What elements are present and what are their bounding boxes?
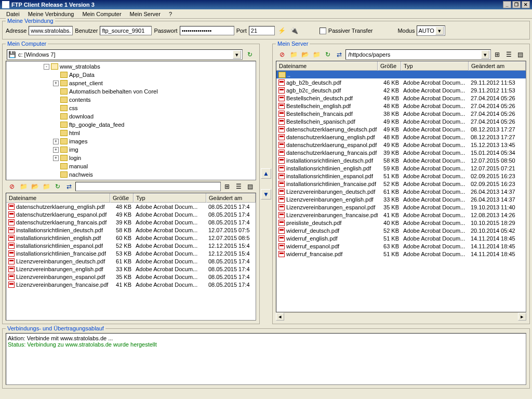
up-button[interactable]: 📁 (311, 49, 322, 60)
list-row[interactable]: installationsrichtlinien_english.pdf60 K… (6, 234, 256, 242)
new-folder-button[interactable]: 📁 (288, 49, 299, 60)
refresh-button[interactable]: ↻ (245, 49, 255, 60)
view-list-button[interactable]: ☰ (503, 49, 514, 60)
tree-item[interactable]: -www_stratolabs (7, 62, 255, 71)
list-row[interactable]: datenschutzerklaerung_english.pdf48 KBAd… (276, 133, 526, 141)
connect-button[interactable]: ⚡ (277, 25, 287, 36)
tree-item[interactable]: +login (7, 154, 255, 162)
up-button[interactable]: 📁 (41, 181, 51, 192)
tree-item[interactable]: html (7, 129, 255, 137)
delete-button[interactable]: ⊘ (277, 49, 287, 60)
log-output[interactable]: Aktion: Verbinde mit www.stratolabs.de .… (6, 333, 526, 385)
list-row[interactable]: Lizenzvereinbarungen_deutsch.pdf61 KBAdo… (6, 257, 256, 265)
expand-icon[interactable]: + (53, 155, 59, 161)
address-input[interactable] (29, 26, 73, 35)
menu-item[interactable]: Mein Server (126, 10, 165, 18)
user-input[interactable] (100, 26, 152, 35)
list-row[interactable]: widerruf_francaise.pdf51 KBAdobe Acrobat… (276, 250, 526, 258)
tree-item[interactable]: nachweis (7, 170, 255, 179)
local-file-list[interactable]: DateinameGrößeTypGeändert amdatenschutze… (6, 193, 256, 321)
menu-item[interactable]: Meine Verbindung (24, 10, 78, 18)
folder-tree[interactable]: -www_stratolabsApp_Data+aspnet_clientAut… (6, 61, 256, 180)
list-row[interactable]: preisliste_deutsch.pdf40 KBAdobe Acrobat… (276, 219, 526, 227)
open-folder-button[interactable]: 📂 (300, 49, 310, 60)
new-folder-button[interactable]: 📁 (18, 181, 29, 192)
disconnect-button[interactable]: 🔌 (289, 25, 300, 36)
list-row[interactable]: widerruf_english.pdf51 KBAdobe Acrobat D… (276, 234, 526, 242)
open-folder-button[interactable]: 📂 (30, 181, 40, 192)
list-row[interactable]: Bestellschein_francais.pdf38 KBAdobe Acr… (276, 110, 526, 117)
tree-item[interactable]: App_Data (7, 71, 255, 79)
close-button[interactable]: ✕ (522, 1, 530, 8)
tree-item[interactable]: css (7, 104, 255, 112)
list-row[interactable]: installationsrichtlinien_francaise.pdf53… (6, 249, 256, 257)
list-row[interactable]: Lizenzvereinbarungen_francaise.pdf41 KBA… (276, 211, 526, 219)
list-row[interactable]: Lizenzvereinbarungen_espanol.pdf35 KBAdo… (276, 203, 526, 211)
port-input[interactable] (249, 26, 275, 35)
minimize-button[interactable]: _ (503, 1, 511, 8)
list-row[interactable]: installationsrichtlinien_francaise.pdf52… (276, 180, 526, 188)
list-row[interactable]: installationsrichtlinien_deutsch.pdf58 K… (276, 156, 526, 164)
upload-button[interactable]: ▲ (261, 168, 271, 179)
list-row[interactable]: widerruf_deutsch.pdf52 KBAdobe Acrobat D… (276, 227, 526, 234)
list-row[interactable]: datenschutzerklaerung_english.pdf48 KBAd… (6, 203, 256, 210)
expand-icon[interactable]: + (53, 139, 59, 144)
list-row[interactable]: agb_b2b_deutsch.pdf46 KBAdobe Acrobat Do… (276, 78, 526, 86)
list-row[interactable]: datenschutzerklaerung_francais.pdf39 KBA… (276, 149, 526, 156)
download-button[interactable]: ▼ (261, 189, 271, 200)
list-header[interactable]: DateinameGrößeTypGeändert am (6, 193, 256, 203)
list-header[interactable]: DateinameGrößeTypGeändert am (276, 61, 526, 71)
menu-item[interactable]: ? (165, 10, 176, 18)
tree-item[interactable]: +aspnet_client (7, 79, 255, 87)
list-row[interactable]: installationsrichtlinien_deutsch.pdf58 K… (6, 226, 256, 234)
filter-input[interactable] (75, 182, 221, 191)
list-row-parent[interactable]: .. (276, 71, 526, 78)
list-row[interactable]: Bestellschein_deutsch.pdf49 KBAdobe Acro… (276, 94, 526, 102)
list-row[interactable]: datenschutzerklaerung_deutsch.pdf49 KBAd… (276, 125, 526, 133)
transfer-button[interactable]: ⇄ (64, 181, 74, 192)
list-row[interactable]: Lizenzvereinbarungen_english.pdf33 KBAdo… (276, 195, 526, 203)
tree-item[interactable]: Automatisch beibehalten von Corel (7, 87, 255, 96)
tree-item[interactable]: +images (7, 137, 255, 145)
view-details-button[interactable]: ▤ (515, 49, 525, 60)
list-row[interactable]: Bestellschein_spanisch.pdf49 KBAdobe Acr… (276, 117, 526, 125)
list-row[interactable]: Bestellschein_english.pdf48 KBAdobe Acro… (276, 102, 526, 110)
list-row[interactable]: datenschutzerklaerung_francais.pdf39 KBA… (6, 218, 256, 226)
list-row[interactable]: agb_b2c_deutsch.pdf42 KBAdobe Acrobat Do… (276, 86, 526, 94)
list-row[interactable]: Lizenzvereinbarungen_espanol.pdf35 KBAdo… (6, 273, 256, 281)
mode-dropdown[interactable]: AUTO ▾ (417, 25, 445, 36)
horizontal-scrollbar[interactable]: ◂▸ (276, 312, 526, 321)
list-row[interactable]: Lizenzvereinbarungen_deutsch.pdf61 KBAdo… (276, 188, 526, 195)
view-icons-button[interactable]: ⊞ (492, 49, 502, 60)
view-details-button[interactable]: ▤ (245, 181, 255, 192)
view-icons-button[interactable]: ⊞ (222, 181, 232, 192)
list-row[interactable]: Lizenzvereinbarungen_francaise.pdf41 KBA… (6, 281, 256, 288)
maximize-button[interactable]: ❐ (512, 1, 521, 8)
list-row[interactable]: datenschutzerklaerung_espanol.pdf49 KBAd… (6, 210, 256, 218)
list-row[interactable]: installationsrichtlinien_english.pdf59 K… (276, 164, 526, 172)
list-row[interactable]: datenschutzerklaerung_espanol.pdf49 KBAd… (276, 141, 526, 149)
expand-icon[interactable]: + (53, 81, 59, 86)
refresh-button[interactable]: ↻ (323, 49, 333, 60)
list-row[interactable]: installationsrichtlinien_espanol.pdf52 K… (6, 242, 256, 249)
tree-item[interactable]: manual (7, 162, 255, 170)
tree-item[interactable]: ftp_google_data_feed (7, 121, 255, 129)
view-list-button[interactable]: ☰ (233, 181, 244, 192)
expand-icon[interactable]: + (53, 147, 59, 153)
passive-checkbox[interactable] (320, 28, 326, 34)
menu-item[interactable]: Mein Computer (78, 10, 125, 18)
refresh-button[interactable]: ↻ (52, 181, 63, 192)
tree-item[interactable]: contents (7, 96, 255, 104)
delete-button[interactable]: ⊘ (7, 181, 17, 192)
drive-dropdown[interactable]: 💾 c: [Windows 7] ▾ (7, 49, 243, 60)
list-row[interactable]: widerruf_espanol.pdf63 KBAdobe Acrobat D… (276, 242, 526, 250)
password-input[interactable] (180, 26, 234, 35)
remote-file-list[interactable]: DateinameGrößeTypGeändert am..agb_b2b_de… (276, 61, 526, 312)
menu-item[interactable]: Datei (2, 10, 24, 18)
transfer-button[interactable]: ⇄ (334, 49, 344, 60)
list-row[interactable]: installationsrichtlinien_espanol.pdf51 K… (276, 172, 526, 180)
remote-path-dropdown[interactable]: /httpdocs/papers ▾ (345, 49, 491, 60)
expand-icon[interactable]: - (44, 64, 49, 70)
tree-item[interactable]: +img (7, 145, 255, 154)
list-row[interactable]: Lizenzvereinbarungen_english.pdf33 KBAdo… (6, 265, 256, 273)
